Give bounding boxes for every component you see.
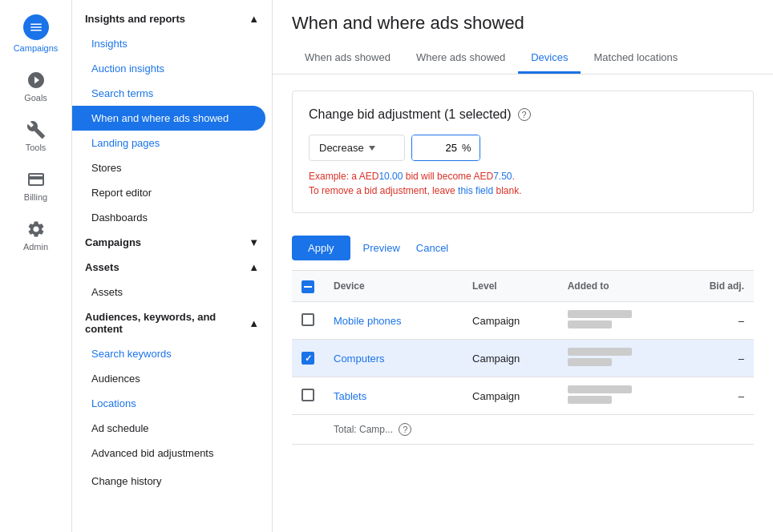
chevron-up-icon: ▲ <box>249 13 259 25</box>
col-header-added-to: Added to <box>558 271 677 302</box>
sidebar-item-billing[interactable]: Billing <box>4 162 68 210</box>
row-computers-device: Computers <box>324 340 463 377</box>
nav-section-insights[interactable]: Insights and reports ▲ <box>72 6 272 31</box>
total-label-cell: Total: Camp... ? <box>324 415 463 445</box>
total-bid-adj-cell <box>677 415 754 445</box>
row-tablets-level: Campaign <box>463 377 558 415</box>
nav-item-assets[interactable]: Assets <box>72 280 272 304</box>
nav-section-audiences[interactable]: Audiences, keywords, and content ▲ <box>72 304 272 341</box>
tab-where-ads-showed[interactable]: Where ads showed <box>403 43 518 74</box>
apply-button[interactable]: Apply <box>292 236 350 260</box>
nav-item-landing-pages[interactable]: Landing pages <box>72 131 272 155</box>
action-row: Apply Preview Cancel <box>292 226 754 270</box>
nav-item-locations[interactable]: Locations <box>72 391 272 416</box>
row-mobile-checkbox-cell <box>292 302 324 340</box>
nav-item-stores[interactable]: Stores <box>72 155 272 180</box>
bid-example-line1: Example: a AED10.00 bid will become AED7… <box>309 171 737 182</box>
page-title: When and where ads showed <box>292 13 754 34</box>
devices-table: Device Level Added to Bid adj. Mobile ph… <box>292 270 754 445</box>
total-level-cell <box>463 415 558 445</box>
sidebar-item-goals[interactable]: Goals <box>4 62 68 111</box>
nav-item-search-keywords[interactable]: Search keywords <box>72 341 272 366</box>
table-total-row: Total: Camp... ? <box>292 415 754 445</box>
mobile-checkbox[interactable] <box>302 313 314 326</box>
bid-help-icon[interactable]: ? <box>518 108 531 121</box>
nav-item-when-where-ads[interactable]: When and where ads showed <box>72 106 265 131</box>
nav-item-insights[interactable]: Insights <box>72 31 272 56</box>
bid-adjustment-panel: Change bid adjustment (1 selected) ? Dec… <box>292 91 754 213</box>
nav-section-assets[interactable]: Assets ▲ <box>72 255 272 280</box>
chevron-up-icon3: ▲ <box>249 317 259 329</box>
total-help-icon[interactable]: ? <box>399 423 411 436</box>
table-row: Mobile phones Campaign – <box>292 302 754 340</box>
tablets-checkbox[interactable] <box>302 389 314 401</box>
bid-panel-title: Change bid adjustment (1 selected) ? <box>309 107 737 122</box>
sidebar: Campaigns Goals Tools Billing Admin <box>0 0 72 532</box>
row-computers-level: Campaign <box>463 340 558 377</box>
tab-matched-locations[interactable]: Matched locations <box>581 43 690 74</box>
chevron-down-icon: ▼ <box>249 236 259 248</box>
preview-button[interactable]: Preview <box>360 236 403 260</box>
row-tablets-bid-adj: – <box>677 377 754 415</box>
row-tablets-added-to <box>558 377 677 415</box>
goals-icon <box>26 71 46 90</box>
total-added-to-cell <box>558 415 677 445</box>
admin-icon <box>26 220 46 239</box>
row-computers-checkbox-cell: ✓ <box>292 340 324 377</box>
nav-section-campaigns[interactable]: Campaigns ▼ <box>72 230 272 255</box>
row-tablets-checkbox-cell <box>292 377 324 415</box>
tabs-bar: When ads showed Where ads showed Devices… <box>292 43 754 74</box>
row-mobile-added-to <box>558 302 677 340</box>
select-all-checkbox[interactable] <box>302 280 314 293</box>
tab-devices[interactable]: Devices <box>518 43 581 74</box>
nav-item-change-history[interactable]: Change history <box>72 466 272 494</box>
tools-icon <box>26 120 46 139</box>
tab-when-ads-showed[interactable]: When ads showed <box>292 43 403 74</box>
table-row: ✓ Computers Campaign – <box>292 340 754 377</box>
col-header-checkbox <box>292 271 324 302</box>
bid-example-line2: To remove a bid adjustment, leave this f… <box>309 185 737 196</box>
total-checkbox-cell <box>292 415 324 445</box>
this-field-link[interactable]: this field <box>458 185 493 196</box>
pct-input-wrapper: % <box>411 135 480 161</box>
dropdown-arrow-icon <box>369 146 375 151</box>
billing-icon <box>26 170 46 189</box>
nav-item-report-editor[interactable]: Report editor <box>72 180 272 205</box>
row-computers-bid-adj: – <box>677 340 754 377</box>
table-row: Tablets Campaign – <box>292 377 754 415</box>
bid-controls: Decrease % <box>309 135 737 161</box>
campaigns-icon <box>23 14 49 40</box>
nav-item-dashboards[interactable]: Dashboards <box>72 205 272 230</box>
nav-item-search-terms[interactable]: Search terms <box>72 81 272 106</box>
chevron-up-icon2: ▲ <box>249 261 259 273</box>
computers-checkbox[interactable]: ✓ <box>302 352 314 365</box>
mobile-phones-link[interactable]: Mobile phones <box>334 315 402 327</box>
nav-item-audiences[interactable]: Audiences <box>72 366 272 391</box>
computers-link[interactable]: Computers <box>334 353 385 365</box>
sidebar-item-campaigns[interactable]: Campaigns <box>4 6 68 61</box>
sidebar-item-admin[interactable]: Admin <box>4 212 68 260</box>
col-header-bid-adj: Bid adj. <box>677 271 754 302</box>
tablets-link[interactable]: Tablets <box>334 390 366 402</box>
col-header-device: Device <box>324 271 463 302</box>
row-mobile-bid-adj: – <box>677 302 754 340</box>
cancel-button[interactable]: Cancel <box>413 236 451 260</box>
nav-item-ad-schedule[interactable]: Ad schedule <box>72 416 272 441</box>
row-computers-added-to <box>558 340 677 377</box>
row-mobile-device: Mobile phones <box>324 302 463 340</box>
table-header-row: Device Level Added to Bid adj. <box>292 271 754 302</box>
bid-type-dropdown[interactable]: Decrease <box>309 135 405 161</box>
row-tablets-device: Tablets <box>324 377 463 415</box>
content-area: Change bid adjustment (1 selected) ? Dec… <box>273 75 773 461</box>
pct-input[interactable] <box>412 135 460 160</box>
col-header-level: Level <box>463 271 558 302</box>
nav-panel: Insights and reports ▲ Insights Auction … <box>72 0 273 532</box>
pct-symbol: % <box>460 135 480 160</box>
row-mobile-level: Campaign <box>463 302 558 340</box>
nav-item-auction-insights[interactable]: Auction insights <box>72 56 272 81</box>
nav-item-advanced-bid[interactable]: Advanced bid adjustments <box>72 441 272 466</box>
sidebar-item-tools[interactable]: Tools <box>4 112 68 160</box>
main-header: When and where ads showed When ads showe… <box>273 0 773 75</box>
main-content: When and where ads showed When ads showe… <box>273 0 773 532</box>
